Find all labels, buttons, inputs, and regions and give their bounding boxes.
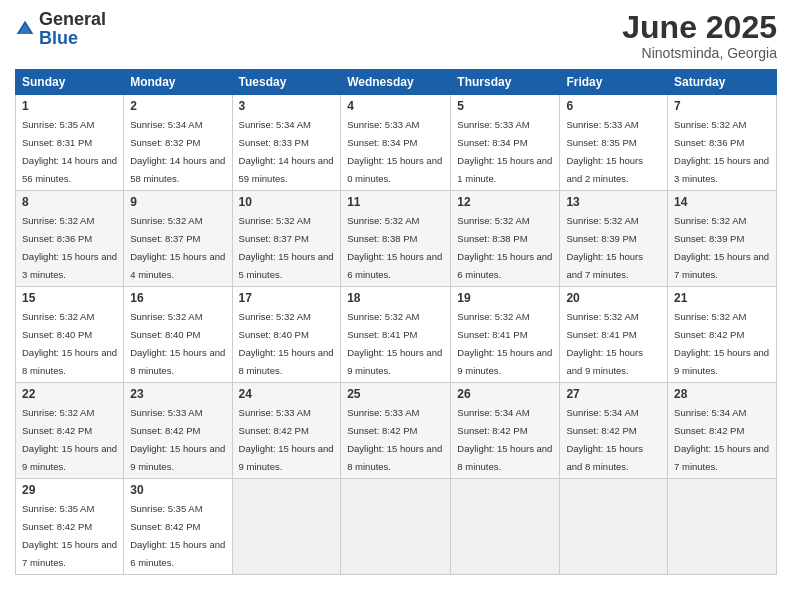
table-row: 30Sunrise: 5:35 AMSunset: 8:42 PMDayligh… — [124, 479, 232, 575]
table-row: 25Sunrise: 5:33 AMSunset: 8:42 PMDayligh… — [341, 383, 451, 479]
day-number: 9 — [130, 195, 225, 209]
header-friday: Friday — [560, 70, 668, 95]
day-number: 15 — [22, 291, 117, 305]
day-info: Sunrise: 5:33 AMSunset: 8:42 PMDaylight:… — [347, 407, 442, 472]
day-info: Sunrise: 5:32 AMSunset: 8:40 PMDaylight:… — [130, 311, 225, 376]
day-number: 18 — [347, 291, 444, 305]
header-tuesday: Tuesday — [232, 70, 341, 95]
day-info: Sunrise: 5:33 AMSunset: 8:42 PMDaylight:… — [239, 407, 334, 472]
day-number: 5 — [457, 99, 553, 113]
day-info: Sunrise: 5:32 AMSunset: 8:37 PMDaylight:… — [130, 215, 225, 280]
day-info: Sunrise: 5:32 AMSunset: 8:39 PMDaylight:… — [674, 215, 769, 280]
day-info: Sunrise: 5:34 AMSunset: 8:42 PMDaylight:… — [674, 407, 769, 472]
logo-blue: Blue — [39, 28, 78, 48]
day-number: 19 — [457, 291, 553, 305]
table-row — [560, 479, 668, 575]
day-info: Sunrise: 5:32 AMSunset: 8:38 PMDaylight:… — [457, 215, 552, 280]
table-row: 2Sunrise: 5:34 AMSunset: 8:32 PMDaylight… — [124, 95, 232, 191]
table-row: 19Sunrise: 5:32 AMSunset: 8:41 PMDayligh… — [451, 287, 560, 383]
table-row: 24Sunrise: 5:33 AMSunset: 8:42 PMDayligh… — [232, 383, 341, 479]
day-number: 11 — [347, 195, 444, 209]
table-row: 18Sunrise: 5:32 AMSunset: 8:41 PMDayligh… — [341, 287, 451, 383]
header-sunday: Sunday — [16, 70, 124, 95]
header-saturday: Saturday — [668, 70, 777, 95]
weekday-header-row: Sunday Monday Tuesday Wednesday Thursday… — [16, 70, 777, 95]
day-info: Sunrise: 5:32 AMSunset: 8:41 PMDaylight:… — [566, 311, 643, 376]
table-row: 4Sunrise: 5:33 AMSunset: 8:34 PMDaylight… — [341, 95, 451, 191]
day-info: Sunrise: 5:33 AMSunset: 8:34 PMDaylight:… — [457, 119, 552, 184]
table-row: 23Sunrise: 5:33 AMSunset: 8:42 PMDayligh… — [124, 383, 232, 479]
day-number: 4 — [347, 99, 444, 113]
day-number: 30 — [130, 483, 225, 497]
day-number: 28 — [674, 387, 770, 401]
table-row: 29Sunrise: 5:35 AMSunset: 8:42 PMDayligh… — [16, 479, 124, 575]
day-info: Sunrise: 5:33 AMSunset: 8:35 PMDaylight:… — [566, 119, 643, 184]
location: Ninotsminda, Georgia — [622, 45, 777, 61]
day-number: 22 — [22, 387, 117, 401]
table-row — [668, 479, 777, 575]
table-row: 8Sunrise: 5:32 AMSunset: 8:36 PMDaylight… — [16, 191, 124, 287]
day-info: Sunrise: 5:32 AMSunset: 8:42 PMDaylight:… — [22, 407, 117, 472]
day-number: 7 — [674, 99, 770, 113]
logo-icon — [15, 19, 35, 39]
table-row: 7Sunrise: 5:32 AMSunset: 8:36 PMDaylight… — [668, 95, 777, 191]
day-info: Sunrise: 5:32 AMSunset: 8:40 PMDaylight:… — [22, 311, 117, 376]
calendar-page: General Blue June 2025 Ninotsminda, Geor… — [0, 0, 792, 612]
day-number: 21 — [674, 291, 770, 305]
day-number: 2 — [130, 99, 225, 113]
day-info: Sunrise: 5:35 AMSunset: 8:42 PMDaylight:… — [130, 503, 225, 568]
logo: General Blue — [15, 10, 106, 48]
day-number: 29 — [22, 483, 117, 497]
week-row: 8Sunrise: 5:32 AMSunset: 8:36 PMDaylight… — [16, 191, 777, 287]
day-number: 13 — [566, 195, 661, 209]
table-row: 20Sunrise: 5:32 AMSunset: 8:41 PMDayligh… — [560, 287, 668, 383]
day-number: 8 — [22, 195, 117, 209]
header-wednesday: Wednesday — [341, 70, 451, 95]
day-info: Sunrise: 5:32 AMSunset: 8:41 PMDaylight:… — [457, 311, 552, 376]
day-number: 26 — [457, 387, 553, 401]
table-row: 11Sunrise: 5:32 AMSunset: 8:38 PMDayligh… — [341, 191, 451, 287]
table-row: 10Sunrise: 5:32 AMSunset: 8:37 PMDayligh… — [232, 191, 341, 287]
logo-general: General — [39, 9, 106, 29]
day-info: Sunrise: 5:32 AMSunset: 8:36 PMDaylight:… — [22, 215, 117, 280]
day-info: Sunrise: 5:35 AMSunset: 8:31 PMDaylight:… — [22, 119, 117, 184]
table-row: 22Sunrise: 5:32 AMSunset: 8:42 PMDayligh… — [16, 383, 124, 479]
day-number: 12 — [457, 195, 553, 209]
day-info: Sunrise: 5:34 AMSunset: 8:32 PMDaylight:… — [130, 119, 225, 184]
title-section: June 2025 Ninotsminda, Georgia — [622, 10, 777, 61]
table-row — [341, 479, 451, 575]
table-row: 13Sunrise: 5:32 AMSunset: 8:39 PMDayligh… — [560, 191, 668, 287]
day-number: 23 — [130, 387, 225, 401]
month-title: June 2025 — [622, 10, 777, 45]
day-info: Sunrise: 5:32 AMSunset: 8:40 PMDaylight:… — [239, 311, 334, 376]
day-number: 16 — [130, 291, 225, 305]
table-row — [232, 479, 341, 575]
table-row: 9Sunrise: 5:32 AMSunset: 8:37 PMDaylight… — [124, 191, 232, 287]
day-number: 3 — [239, 99, 335, 113]
calendar-table: Sunday Monday Tuesday Wednesday Thursday… — [15, 69, 777, 575]
day-info: Sunrise: 5:32 AMSunset: 8:36 PMDaylight:… — [674, 119, 769, 184]
day-info: Sunrise: 5:32 AMSunset: 8:39 PMDaylight:… — [566, 215, 643, 280]
table-row: 17Sunrise: 5:32 AMSunset: 8:40 PMDayligh… — [232, 287, 341, 383]
table-row: 16Sunrise: 5:32 AMSunset: 8:40 PMDayligh… — [124, 287, 232, 383]
week-row: 15Sunrise: 5:32 AMSunset: 8:40 PMDayligh… — [16, 287, 777, 383]
day-info: Sunrise: 5:35 AMSunset: 8:42 PMDaylight:… — [22, 503, 117, 568]
day-number: 17 — [239, 291, 335, 305]
header-thursday: Thursday — [451, 70, 560, 95]
day-number: 6 — [566, 99, 661, 113]
table-row: 26Sunrise: 5:34 AMSunset: 8:42 PMDayligh… — [451, 383, 560, 479]
table-row: 27Sunrise: 5:34 AMSunset: 8:42 PMDayligh… — [560, 383, 668, 479]
day-number: 27 — [566, 387, 661, 401]
table-row: 6Sunrise: 5:33 AMSunset: 8:35 PMDaylight… — [560, 95, 668, 191]
day-number: 10 — [239, 195, 335, 209]
table-row: 1Sunrise: 5:35 AMSunset: 8:31 PMDaylight… — [16, 95, 124, 191]
day-info: Sunrise: 5:32 AMSunset: 8:42 PMDaylight:… — [674, 311, 769, 376]
table-row: 28Sunrise: 5:34 AMSunset: 8:42 PMDayligh… — [668, 383, 777, 479]
header: General Blue June 2025 Ninotsminda, Geor… — [15, 10, 777, 61]
day-info: Sunrise: 5:34 AMSunset: 8:33 PMDaylight:… — [239, 119, 334, 184]
day-number: 24 — [239, 387, 335, 401]
week-row: 29Sunrise: 5:35 AMSunset: 8:42 PMDayligh… — [16, 479, 777, 575]
day-info: Sunrise: 5:33 AMSunset: 8:42 PMDaylight:… — [130, 407, 225, 472]
table-row: 3Sunrise: 5:34 AMSunset: 8:33 PMDaylight… — [232, 95, 341, 191]
header-monday: Monday — [124, 70, 232, 95]
